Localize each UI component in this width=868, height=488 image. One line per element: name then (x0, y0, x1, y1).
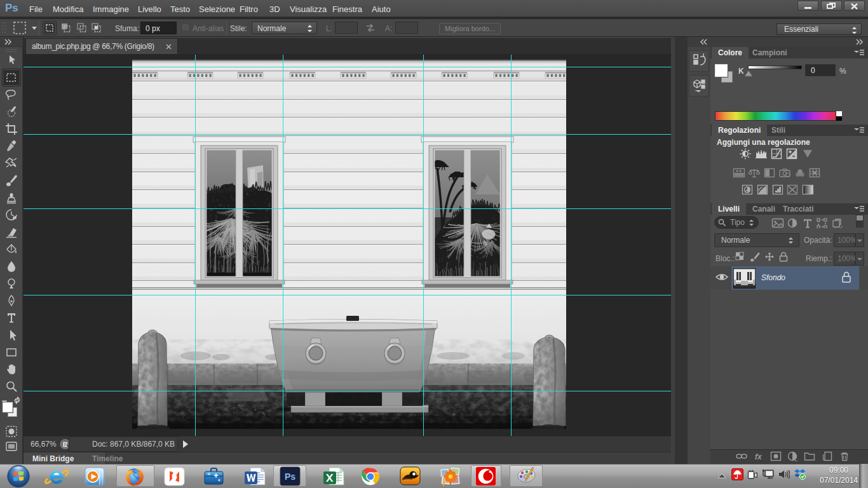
svg-text:Ps: Ps (285, 471, 295, 482)
